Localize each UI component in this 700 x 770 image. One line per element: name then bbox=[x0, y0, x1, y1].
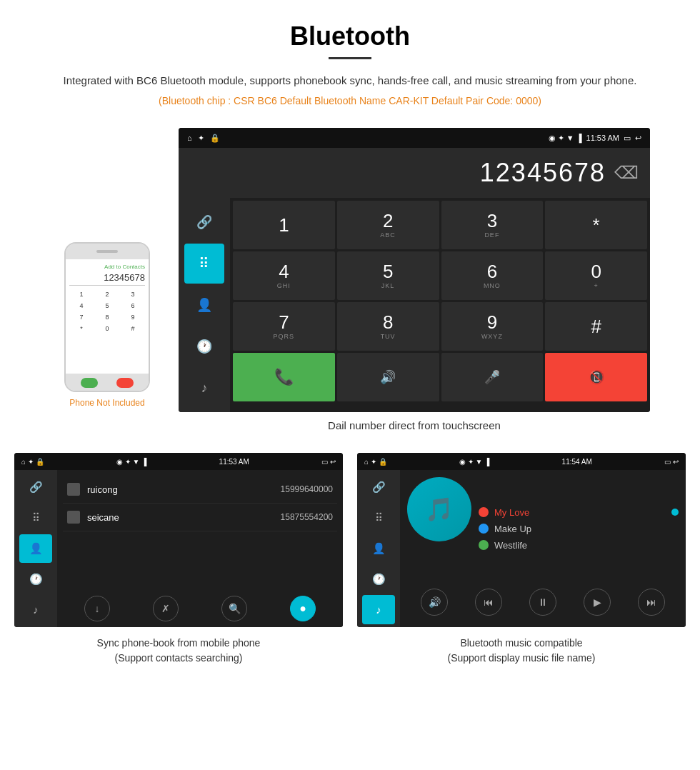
key-4[interactable]: 4 GHI bbox=[233, 251, 335, 300]
phone-key: 2 bbox=[95, 289, 119, 299]
dial-keypad-area: 1 2 ABC 3 DEF * bbox=[230, 198, 650, 412]
key-0[interactable]: 0 + bbox=[545, 251, 647, 300]
sync-button[interactable]: ● bbox=[290, 596, 316, 621]
contact-icon bbox=[67, 483, 80, 496]
call-button[interactable]: 📞 bbox=[233, 353, 335, 401]
sidebar-recent[interactable]: 🕐 bbox=[19, 564, 52, 594]
key-hash[interactable]: # bbox=[545, 302, 647, 351]
phone-key: 7 bbox=[69, 312, 94, 322]
play-button[interactable]: ▶ bbox=[584, 589, 611, 616]
end-call-button[interactable]: 📵 bbox=[545, 353, 647, 401]
dial-body: 🔗 ⠿ 👤 🕐 ♪ bbox=[179, 198, 650, 412]
key-1[interactable]: 1 bbox=[233, 201, 335, 249]
music-sidebar: 🔗 ⠿ 👤 🕐 ♪ bbox=[357, 470, 400, 627]
status-left: ⌂ ✦ 🔒 bbox=[187, 134, 220, 143]
key-star[interactable]: * bbox=[545, 201, 647, 249]
dial-screen: ⌂ ✦ 🔒 ◉ ✦ ▼ ▐ 11:53 AM ▭ ↩ 12345678 ⌫ bbox=[179, 128, 650, 412]
sidebar-apps-button[interactable]: ⠿ bbox=[184, 244, 224, 284]
key-8[interactable]: 8 TUV bbox=[337, 302, 439, 351]
music-note-icon: 🎵 bbox=[425, 496, 454, 523]
phone-key: 9 bbox=[121, 312, 145, 322]
phone-end-button[interactable] bbox=[116, 378, 134, 388]
contacts-list: ruicong 15999640000 seicane 15875554200 bbox=[57, 470, 343, 590]
sidebar-link[interactable]: 🔗 bbox=[19, 473, 52, 502]
prev-icon: ⏮ bbox=[484, 596, 494, 608]
apps-icon: ⠿ bbox=[375, 511, 383, 524]
sidebar-contacts-button[interactable]: 👤 bbox=[184, 285, 224, 325]
track-westlife[interactable]: Westlife bbox=[479, 540, 679, 551]
sidebar-music-button[interactable]: ♪ bbox=[184, 368, 224, 408]
usb-icon: ✦ bbox=[198, 134, 204, 143]
sidebar-link-button[interactable]: 🔗 bbox=[184, 202, 224, 242]
phone-top-bar bbox=[66, 244, 149, 259]
dial-screen-column: ⌂ ✦ 🔒 ◉ ✦ ▼ ▐ 11:53 AM ▭ ↩ 12345678 ⌫ bbox=[179, 128, 650, 446]
link-icon: 🔗 bbox=[196, 214, 212, 230]
phone-not-included-label: Phone Not Included bbox=[69, 398, 144, 408]
sidebar-music[interactable]: ♪ bbox=[19, 595, 52, 624]
key-7[interactable]: 7 PQRS bbox=[233, 302, 335, 351]
track-my-love[interactable]: My Love bbox=[479, 507, 679, 518]
contact-item-seicane[interactable]: seicane 15875554200 bbox=[63, 504, 337, 531]
sidebar-recent[interactable]: 🕐 bbox=[362, 564, 395, 594]
contacts-caption: Sync phone-book from mobile phone (Suppo… bbox=[97, 636, 261, 666]
dial-caption: Dail number direct from touchscreen bbox=[179, 419, 650, 431]
music-tracks: My Love Make Up Westlife bbox=[479, 477, 679, 580]
sidebar-contacts[interactable]: 👤 bbox=[19, 534, 52, 564]
music-main: 🎵 My Love Make Up bbox=[400, 470, 686, 627]
download-button[interactable]: ↓ bbox=[84, 596, 110, 621]
music-caption: Bluetooth music compatible (Support disp… bbox=[448, 636, 596, 666]
pause-button[interactable]: ⏸ bbox=[529, 589, 556, 616]
prev-button[interactable]: ⏮ bbox=[475, 589, 502, 616]
key-5[interactable]: 5 JKL bbox=[337, 251, 439, 300]
volume-button[interactable]: 🔊 bbox=[337, 353, 439, 401]
status-right: ◉ ✦ ▼ ▐ 11:53 AM ▭ ↩ bbox=[549, 134, 641, 143]
key-3[interactable]: 3 DEF bbox=[441, 201, 544, 249]
sidebar-link[interactable]: 🔗 bbox=[362, 473, 395, 502]
mic-button[interactable]: 🎤 bbox=[441, 353, 544, 401]
contacts-icon: 👤 bbox=[29, 542, 43, 555]
contact-item-ruicong[interactable]: ruicong 15999640000 bbox=[63, 476, 337, 504]
home-icon: ⌂ bbox=[187, 134, 192, 142]
sidebar-contacts[interactable]: 👤 bbox=[362, 534, 395, 564]
link-icon: 🔗 bbox=[372, 481, 386, 494]
phone-key: # bbox=[121, 324, 145, 334]
delete-icon: ✗ bbox=[161, 603, 170, 614]
phone-key: 5 bbox=[95, 301, 119, 311]
backspace-button[interactable]: ⌫ bbox=[614, 163, 639, 183]
key-2[interactable]: 2 ABC bbox=[337, 201, 439, 249]
track-make-up[interactable]: Make Up bbox=[479, 524, 679, 534]
phone-key: 4 bbox=[69, 301, 94, 311]
download-icon: ↓ bbox=[95, 603, 100, 614]
contacts-time: 11:53 AM bbox=[219, 458, 249, 466]
delete-button[interactable]: ✗ bbox=[153, 596, 179, 621]
phone-key: 6 bbox=[121, 301, 145, 311]
search-button[interactable]: 🔍 bbox=[221, 596, 247, 621]
contacts-icon: 👤 bbox=[372, 542, 386, 555]
sidebar-recents-button[interactable]: 🕐 bbox=[184, 326, 224, 366]
phone-call-button[interactable] bbox=[81, 378, 98, 388]
volume-button[interactable]: 🔊 bbox=[421, 589, 448, 616]
sync-icon: ● bbox=[299, 602, 306, 615]
music-screen: ⌂ ✦ 🔒 ◉ ✦ ▼ ▐ 11:54 AM ▭ ↩ 🔗 ⠿ 👤 bbox=[357, 453, 686, 627]
status-center-icons: ◉ ✦ ▼ ▐ bbox=[116, 458, 146, 466]
contact-name-ruicong: ruicong bbox=[87, 484, 274, 495]
page-specs: (Bluetooth chip : CSR BC6 Default Blueto… bbox=[43, 95, 657, 106]
main-screen-row: Add to Contacts 12345678 1 2 3 4 5 6 7 8… bbox=[0, 128, 700, 446]
sidebar-music-active[interactable]: ♪ bbox=[362, 595, 395, 624]
page-description: Integrated with BC6 Bluetooth module, su… bbox=[43, 72, 657, 89]
phone-key: 8 bbox=[95, 312, 119, 322]
key-9[interactable]: 9 WXYZ bbox=[441, 302, 544, 351]
music-controls: 🔊 ⏮ ⏸ ▶ ⏭ bbox=[407, 584, 679, 620]
dial-sidebar: 🔗 ⠿ 👤 🕐 ♪ bbox=[179, 198, 230, 412]
music-time: 11:54 AM bbox=[562, 458, 592, 466]
key-6[interactable]: 6 MNO bbox=[441, 251, 544, 300]
album-art: 🎵 bbox=[407, 477, 471, 541]
apps-icon: ⠿ bbox=[199, 256, 211, 271]
search-icon: 🔍 bbox=[229, 603, 241, 614]
battery-icon: ▭ bbox=[624, 134, 631, 143]
sidebar-apps[interactable]: ⠿ bbox=[19, 504, 52, 533]
contact-name-seicane: seicane bbox=[87, 512, 274, 523]
back-icon: ↩ bbox=[635, 134, 641, 143]
next-button[interactable]: ⏭ bbox=[638, 589, 665, 616]
sidebar-apps[interactable]: ⠿ bbox=[362, 504, 395, 533]
